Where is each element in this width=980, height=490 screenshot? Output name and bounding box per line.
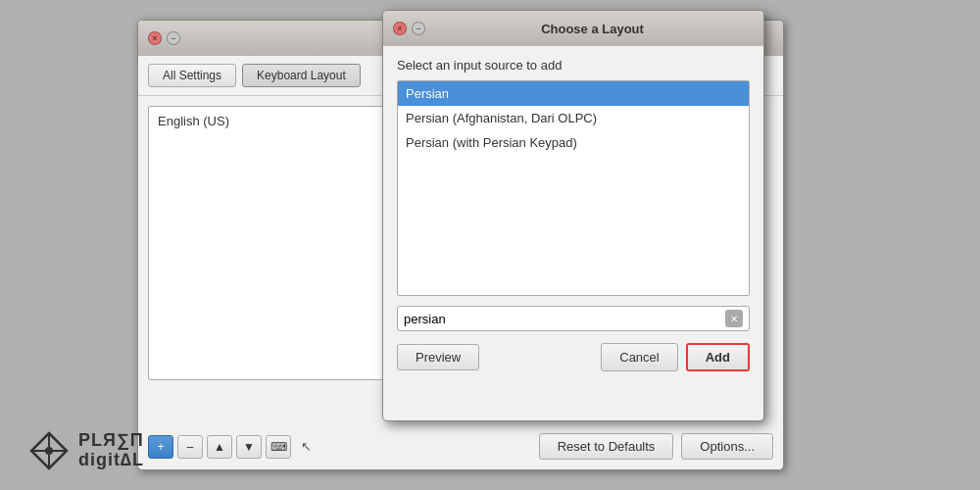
dialog-body: Select an input source to add Persian Pe…	[383, 46, 763, 383]
logo-text: PLЯ∑Π digit∆L	[78, 431, 144, 470]
layout-item-persian-keypad[interactable]: Persian (with Persian Keypad)	[398, 130, 749, 155]
bg-minimize-button[interactable]: –	[167, 31, 180, 45]
list-item: English (US)	[153, 111, 378, 131]
layout-list-bg: English (US)	[148, 106, 383, 380]
logo-line1: PLЯ∑Π	[78, 431, 144, 451]
choose-layout-dialog: × – Choose a Layout Select an input sour…	[382, 10, 764, 421]
preview-button[interactable]: Preview	[397, 344, 479, 370]
dialog-title: Choose a Layout	[431, 22, 754, 36]
cancel-button[interactable]: Cancel	[601, 343, 677, 371]
dialog-actions: Preview Cancel Add	[397, 343, 750, 371]
add-layout-button[interactable]: +	[148, 435, 173, 459]
logo-icon	[29, 431, 69, 470]
move-down-button[interactable]: ▼	[236, 435, 262, 459]
layout-search-input[interactable]	[404, 312, 725, 326]
move-up-button[interactable]: ▲	[207, 435, 232, 459]
dialog-window-controls: × –	[393, 22, 425, 35]
dialog-subtitle: Select an input source to add	[397, 58, 750, 73]
bg-close-button[interactable]: ×	[148, 31, 162, 45]
all-settings-button[interactable]: All Settings	[148, 64, 236, 87]
add-button[interactable]: Add	[686, 343, 750, 371]
reset-defaults-button[interactable]: Reset to Defaults	[539, 433, 674, 460]
layout-item-persian[interactable]: Persian	[398, 81, 749, 106]
dialog-minimize-button[interactable]: –	[412, 22, 425, 35]
search-clear-button[interactable]: ✕	[725, 310, 743, 327]
logo-line2: digit∆L	[78, 451, 144, 470]
dialog-close-button[interactable]: ×	[393, 22, 407, 35]
bg-window-controls: × –	[148, 31, 180, 45]
keyboard-preview-button[interactable]: ⌨	[266, 435, 291, 459]
remove-layout-button[interactable]: –	[177, 435, 203, 459]
keyboard-layout-button[interactable]: Keyboard Layout	[242, 64, 361, 87]
logo-area: PLЯ∑Π digit∆L	[29, 431, 144, 470]
search-row: ✕	[397, 306, 750, 331]
layout-controls: + – ▲ ▼ ⌨	[148, 435, 291, 459]
layout-selection-list[interactable]: Persian Persian (Afghanistan, Dari OLPC)…	[397, 80, 750, 296]
layout-item-persian-afghanistan[interactable]: Persian (Afghanistan, Dari OLPC)	[398, 106, 749, 130]
svg-point-1	[45, 447, 53, 455]
bg-bottom-bar: + – ▲ ▼ ⌨ ↖ Reset to Defaults Options...	[148, 433, 773, 460]
options-button[interactable]: Options...	[681, 433, 773, 460]
dialog-titlebar: × – Choose a Layout	[383, 11, 763, 46]
